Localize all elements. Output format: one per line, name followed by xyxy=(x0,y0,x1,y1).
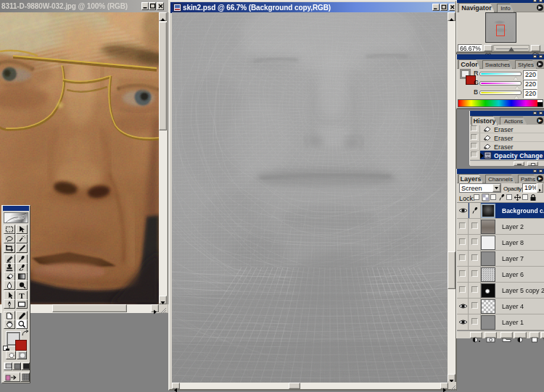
svg-text:T: T xyxy=(19,291,25,299)
